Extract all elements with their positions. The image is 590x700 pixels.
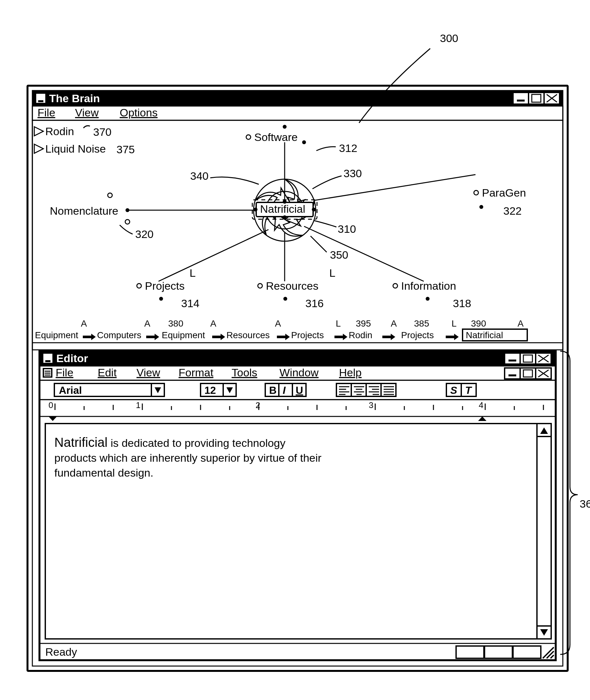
align-justify-button[interactable]: [381, 383, 396, 396]
svg-rect-79: [279, 383, 292, 396]
breadcrumb[interactable]: A A A A L A L A Equipment Computers Equi…: [35, 319, 527, 341]
svg-text:12: 12: [204, 384, 216, 396]
editor-window-controls[interactable]: [505, 353, 551, 364]
svg-point-18: [312, 208, 316, 212]
link-projects: [159, 230, 269, 281]
doc-line-1: Natrificial is dedicated to providing te…: [54, 435, 286, 449]
editor-title: Editor: [56, 352, 88, 364]
brain-menu-file[interactable]: File: [37, 106, 55, 119]
svg-rect-63: [508, 374, 516, 376]
svg-text:A: A: [210, 319, 216, 329]
brain-menu-view[interactable]: View: [75, 106, 99, 119]
align-left-button[interactable]: [336, 383, 351, 396]
svg-point-30: [283, 297, 287, 301]
ruler[interactable]: [39, 399, 556, 417]
svg-text:2: 2: [256, 400, 260, 410]
vertical-scrollbar[interactable]: [537, 424, 551, 639]
svg-point-32: [426, 297, 429, 301]
svg-rect-130: [537, 424, 551, 639]
history-item-rodin[interactable]: Rodin: [34, 125, 74, 137]
node-software[interactable]: Software: [254, 131, 298, 143]
svg-text:Rodin: Rodin: [45, 125, 74, 137]
align-center-button[interactable]: [351, 383, 366, 396]
svg-marker-10: [34, 144, 43, 153]
callout-340: 340: [190, 170, 209, 182]
svg-point-25: [474, 191, 478, 195]
node-paragen[interactable]: ParaGen: [482, 187, 526, 199]
doc-line-2: products which are inherently superior b…: [54, 452, 321, 464]
callout-380: 380: [168, 319, 183, 329]
svg-text:Natrificial: Natrificial: [260, 203, 305, 215]
editor-menu-window[interactable]: Window: [280, 366, 319, 379]
tool-s-button[interactable]: S: [447, 383, 461, 396]
node-information[interactable]: Information: [401, 280, 456, 292]
editor-menu-help[interactable]: Help: [339, 366, 362, 379]
brain-menu-options[interactable]: Options: [120, 106, 158, 119]
svg-text:Equipment: Equipment: [162, 330, 205, 340]
doc-line-3: fundamental design.: [54, 467, 153, 479]
bold-button[interactable]: B: [265, 383, 279, 396]
align-right-button[interactable]: [366, 383, 381, 396]
font-combo[interactable]: Arial: [54, 383, 164, 396]
brain-titlebar: [32, 91, 563, 106]
svg-text:S: S: [450, 384, 457, 396]
svg-text:Arial: Arial: [59, 384, 82, 396]
status-text: Ready: [45, 646, 77, 658]
svg-text:Natrificial: Natrificial: [466, 330, 503, 340]
ruler-ticks: 0 1 2 3 4: [48, 400, 483, 410]
svg-rect-2: [517, 100, 525, 102]
svg-point-19: [283, 215, 287, 219]
italic-button[interactable]: I: [279, 383, 292, 396]
svg-text:Projects: Projects: [291, 330, 324, 340]
svg-point-29: [258, 283, 262, 288]
status-pane-2: [485, 646, 512, 658]
brain-window-controls[interactable]: [513, 93, 560, 104]
svg-line-136: [547, 651, 554, 658]
svg-text:Resources: Resources: [226, 330, 270, 340]
node-projects[interactable]: Projects: [145, 280, 185, 292]
editor-menu-edit[interactable]: Edit: [98, 366, 117, 379]
callout-314: 314: [181, 297, 200, 310]
callout-370: 370: [93, 126, 112, 138]
node-nomenclature[interactable]: Nomenclature: [50, 205, 118, 217]
svg-rect-53: [508, 360, 516, 361]
callout-360: 360: [580, 498, 590, 510]
svg-point-23: [125, 208, 129, 212]
svg-text:I: I: [283, 384, 286, 396]
underline-button[interactable]: U: [292, 383, 306, 396]
resize-grip-icon[interactable]: [543, 647, 554, 658]
brain-title: The Brain: [49, 92, 100, 104]
svg-text:4: 4: [479, 400, 483, 410]
link-label-L-1: L: [190, 267, 196, 279]
svg-text:Liquid Noise: Liquid Noise: [45, 143, 106, 155]
editor-menu-view[interactable]: View: [136, 366, 161, 379]
svg-text:1: 1: [136, 400, 140, 410]
callout-390: 390: [471, 319, 486, 329]
svg-rect-1: [513, 93, 528, 104]
center-node[interactable]: Natrificial: [256, 202, 313, 217]
software-top-gate: [283, 125, 287, 129]
svg-point-27: [137, 283, 141, 288]
status-pane-3: [513, 646, 541, 658]
svg-text:B: B: [269, 384, 277, 396]
editor-mdi-controls[interactable]: [505, 368, 551, 379]
node-resources[interactable]: Resources: [266, 280, 319, 292]
size-combo[interactable]: 12: [201, 383, 236, 396]
editor-menu-tools[interactable]: Tools: [231, 366, 257, 379]
link-label-L-2: L: [329, 267, 335, 279]
svg-text:Projects: Projects: [401, 330, 434, 340]
right-indent-marker[interactable]: [478, 417, 487, 421]
callout-310: 310: [338, 223, 356, 235]
editor-menu-file[interactable]: File: [56, 366, 74, 379]
callout-316: 316: [305, 297, 324, 310]
tool-t-button[interactable]: T: [461, 383, 476, 396]
svg-rect-52: [505, 353, 520, 364]
svg-text:A: A: [81, 319, 87, 329]
svg-text:Rodin: Rodin: [349, 330, 372, 340]
editor-menu-format[interactable]: Format: [179, 366, 213, 379]
svg-point-17: [254, 208, 258, 212]
figure: 300 The Brain File View Options Rodin 37…: [0, 0, 590, 700]
left-indent-marker[interactable]: [48, 417, 57, 421]
svg-marker-8: [34, 127, 43, 136]
history-item-liquid-noise[interactable]: Liquid Noise: [34, 143, 106, 155]
